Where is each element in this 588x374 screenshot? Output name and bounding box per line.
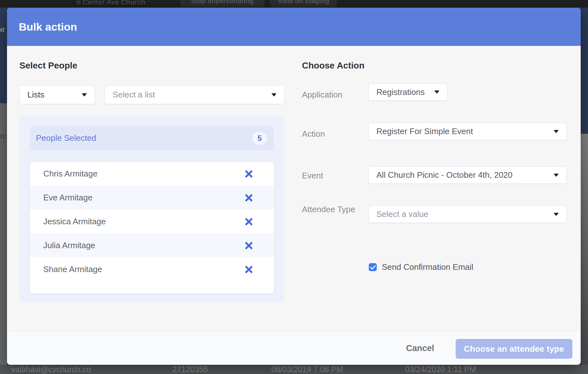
table-cell-created-date: 06/03/2019 7:08 PM — [271, 365, 343, 374]
cancel-button[interactable]: Cancel — [406, 332, 434, 365]
send-confirmation-label: Send Confirmation Email — [382, 262, 473, 272]
chevron-down-icon — [271, 93, 276, 97]
impersonation-banner-text: n Center Ave Church — [76, 0, 145, 6]
impersonation-bar: n Center Ave Church Stop Impersonating V… — [0, 0, 588, 8]
chevron-down-icon — [434, 90, 439, 94]
event-value: All Church Picnic - October 4th, 2020 — [376, 170, 513, 180]
chevron-down-icon — [554, 130, 559, 133]
person-name: Julia Armitage — [43, 241, 95, 250]
application-dropdown[interactable]: Registrations — [368, 83, 447, 101]
list-item: Shane Armitage — [30, 257, 274, 281]
list-item: Eve Armitage — [30, 186, 274, 210]
select-list-placeholder: Select a list — [113, 90, 155, 100]
attendee-type-label: Attendee Type — [302, 202, 359, 217]
remove-person-icon[interactable] — [244, 265, 254, 274]
attendee-type-dropdown[interactable]: Select a value — [368, 205, 567, 223]
stop-impersonating-button[interactable]: Stop Impersonating — [180, 0, 264, 7]
people-selected-panel: People Selected 5 Chris Armitage Eve Arm… — [19, 115, 284, 302]
background-banner-sliver — [581, 8, 588, 134]
screen: n Center Ave Church Stop Impersonating V… — [0, 0, 588, 374]
chevron-down-icon — [554, 213, 559, 216]
background-table-row: vaibhavi@cvchurch.co 27120358 06/03/2019… — [0, 365, 588, 374]
event-label: Event — [302, 169, 359, 183]
remove-person-icon[interactable] — [244, 241, 254, 250]
modal-title: Bulk action — [19, 21, 77, 33]
people-source-dropdown[interactable]: Lists — [19, 85, 95, 104]
remove-person-icon[interactable] — [244, 169, 254, 179]
chevron-down-icon — [554, 174, 559, 177]
modal-footer: Cancel Choose an attendee type — [7, 331, 581, 365]
background-table-rows-sliver — [581, 134, 588, 365]
send-confirmation-row: Send Confirmation Email — [369, 262, 473, 272]
choose-attendee-type-button[interactable]: Choose an attendee type — [456, 339, 572, 359]
application-label: Application — [302, 88, 359, 102]
list-item: Jessica Armitage — [30, 210, 274, 234]
application-value: Registrations — [376, 87, 425, 97]
remove-person-icon[interactable] — [244, 217, 254, 227]
background-table-rows-sliver — [0, 103, 7, 365]
select-list-dropdown[interactable]: Select a list — [105, 85, 284, 104]
attendee-type-placeholder: Select a value — [376, 209, 428, 219]
modal-header: Bulk action — [7, 8, 581, 46]
event-dropdown[interactable]: All Church Picnic - October 4th, 2020 — [368, 166, 567, 184]
bulk-action-modal: Bulk action Select People Lists Select a… — [7, 8, 581, 365]
action-label: Action — [302, 127, 359, 141]
choose-action-heading: Choose Action — [302, 61, 365, 71]
people-source-value: Lists — [27, 90, 44, 100]
people-count-badge: 5 — [252, 132, 267, 145]
people-selected-title: People Selected — [36, 133, 96, 143]
list-item: Julia Armitage — [30, 234, 274, 257]
person-name: Eve Armitage — [43, 193, 93, 203]
background-banner-sliver — [0, 8, 7, 103]
remove-person-icon[interactable] — [244, 193, 254, 203]
selected-people-list: Chris Armitage Eve Armitage Jessica Armi… — [30, 162, 274, 293]
background-logo-fragment: kt — [0, 26, 4, 33]
person-name: Chris Armitage — [43, 169, 98, 179]
person-name: Jessica Armitage — [43, 217, 106, 227]
table-cell-id: 27120358 — [172, 365, 208, 374]
background-page-left-sliver: kt rc — [0, 8, 7, 365]
select-people-heading: Select People — [19, 61, 77, 71]
action-value: Register For Simple Event — [376, 126, 473, 136]
table-cell-email: vaibhavi@cvchurch.co — [11, 365, 91, 374]
action-dropdown[interactable]: Register For Simple Event — [368, 123, 567, 140]
send-confirmation-checkbox[interactable] — [369, 263, 377, 271]
background-page-right-sliver — [581, 8, 588, 365]
chevron-down-icon — [82, 93, 87, 97]
list-item: Chris Armitage — [30, 162, 274, 186]
table-cell-updated-date: 03/24/2020 1:11 PM — [405, 365, 476, 374]
person-name: Shane Armitage — [43, 264, 102, 274]
background-table-text-fragment: rc — [0, 133, 6, 141]
view-on-staging-button[interactable]: View on Staging — [270, 0, 337, 7]
people-selected-header: People Selected 5 — [30, 126, 274, 150]
